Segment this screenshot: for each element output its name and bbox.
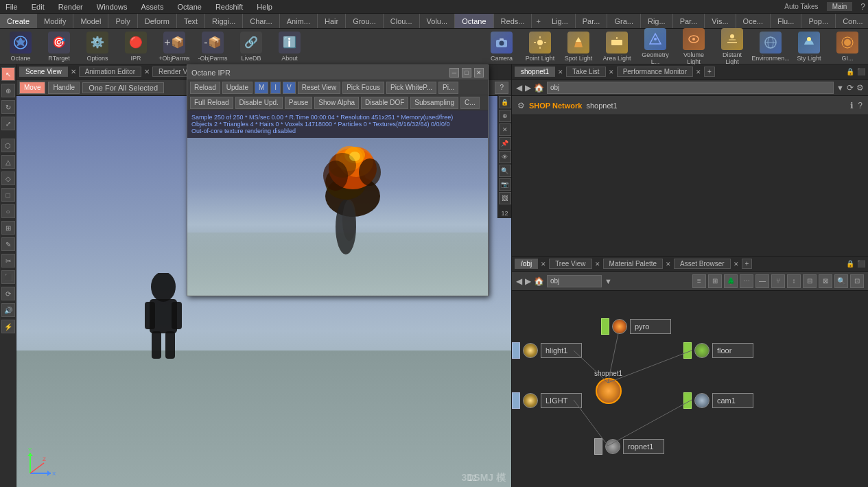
rt-tab-shopnet-close[interactable]: ✕ (558, 69, 563, 75)
shelf-tab-volu[interactable]: Volu... (420, 14, 456, 28)
rvt-btn-2[interactable]: ⊕ (499, 110, 511, 122)
shelf-tab-poly[interactable]: Poly (108, 14, 137, 28)
dialog-close-btn[interactable]: ✕ (474, 68, 484, 78)
rvt-btn-8[interactable]: 🖼 (499, 192, 511, 204)
viewport-tab-scene[interactable]: Scene View (19, 67, 68, 77)
tool-scale[interactable]: ⤢ (1, 117, 15, 130)
shelf-icon-rtarget[interactable]: 🎯 RTarget (41, 30, 77, 63)
tool-transform[interactable]: ⊕ (1, 84, 15, 97)
rb-tab-asset-close[interactable]: ✕ (734, 261, 739, 268)
rb-tab-treeview[interactable]: Tree View (549, 259, 591, 269)
shelf-icon-point-light[interactable]: Point Light (522, 30, 558, 63)
shelf-tab-lig[interactable]: Lig... (545, 14, 576, 28)
dialog-minimize-btn[interactable]: ─ (449, 68, 459, 78)
shelf-tab-text[interactable]: Text (177, 14, 205, 28)
node-canvas[interactable]: pyro hlight1 shopnet1 floor (512, 291, 868, 487)
rt-nav-forward[interactable]: ▶ (525, 83, 531, 93)
node-shopnet1[interactable]: shopnet1 (594, 370, 622, 404)
rb-nav-forward[interactable]: ▶ (525, 276, 531, 286)
shelf-icon-options[interactable]: ⚙️ Options (80, 30, 115, 63)
shelf-tab-octane[interactable]: Octane (455, 14, 493, 28)
menu-render[interactable]: Render (56, 3, 86, 11)
rb-view-grid[interactable]: ⊞ (708, 274, 722, 288)
node-cam1[interactable]: cam1 (683, 392, 753, 409)
shelf-tab-clou[interactable]: Clou... (384, 14, 420, 28)
node-floor[interactable]: floor (683, 342, 753, 359)
rt-tab-takelist[interactable]: Take List (566, 67, 605, 77)
tool-9[interactable]: ⬛ (1, 270, 15, 284)
vp-extra-btn[interactable]: ? (495, 82, 508, 94)
shelf-icon-geometry-light[interactable]: Geometry L... (637, 27, 673, 67)
rb-tab-obj-close[interactable]: ✕ (541, 261, 546, 268)
rvt-btn-3[interactable]: ✕ (499, 123, 511, 136)
tool-5[interactable]: ○ (1, 204, 15, 218)
pick-focus-btn[interactable]: Pick Focus (342, 82, 384, 94)
shelf-icon-objparms2[interactable]: -📦 -ObjParms (195, 30, 231, 63)
tool-12[interactable]: ⚡ (1, 320, 15, 333)
handle-tool-btn[interactable]: Handle (48, 82, 80, 94)
rb-path-input[interactable] (547, 275, 602, 287)
shelf-tab-riggi[interactable]: Riggi... (205, 14, 243, 28)
reload-btn[interactable]: Reload (190, 82, 220, 94)
rb-align[interactable]: ⊟ (803, 274, 817, 288)
shelf-icon-ipr[interactable]: 🔴 IPR (118, 30, 154, 63)
m-btn[interactable]: M (255, 82, 268, 94)
shelf-icon-objparms[interactable]: +📦 +ObjParms (156, 30, 192, 63)
shelf-tab-flu[interactable]: Flu... (771, 14, 801, 28)
rb-frame[interactable]: ⊡ (850, 274, 864, 288)
i-btn[interactable]: I (270, 82, 281, 94)
shop-help-icon[interactable]: ? (858, 101, 863, 110)
move-tool-btn[interactable]: Move (19, 82, 45, 94)
shelf-tab-char[interactable]: Char... (243, 14, 279, 28)
shelf-tab-hair[interactable]: Hair (318, 14, 346, 28)
help-icon[interactable]: ? (860, 2, 865, 12)
rvt-btn-6[interactable]: 🔍 (499, 165, 511, 177)
rb-tab-obj[interactable]: /obj (515, 259, 538, 269)
disable-dof-btn[interactable]: Disable DOF (361, 97, 408, 109)
shelf-tab-pop[interactable]: Pop... (801, 14, 836, 28)
rb-path-arrow[interactable]: ▼ (605, 277, 612, 285)
shelf-tab-reds[interactable]: Reds... (494, 14, 532, 28)
tool-select[interactable]: ↖ (1, 67, 15, 81)
rt-path-input[interactable] (547, 82, 834, 94)
node-light[interactable]: LIGHT (512, 392, 582, 409)
rvt-btn-7[interactable]: 📷 (499, 178, 511, 191)
menu-edit[interactable]: Edit (29, 3, 47, 11)
rb-tab-tree-close[interactable]: ✕ (595, 261, 600, 268)
pick-whitep-btn[interactable]: Pick WhiteP... (386, 82, 436, 94)
c-btn[interactable]: C... (460, 97, 480, 109)
node-hlight1[interactable]: hlight1 (512, 342, 582, 359)
rvt-btn-4[interactable]: 📌 (499, 137, 511, 150)
shop-info-icon[interactable]: ℹ (850, 101, 854, 110)
shelf-tab-anim[interactable]: Anim... (280, 14, 318, 28)
rb-grid-dots[interactable]: ⊠ (819, 274, 832, 288)
rb-arrow[interactable]: ↕ (787, 274, 801, 288)
rvt-btn-1[interactable]: 🔒 (499, 96, 511, 108)
tool-3[interactable]: ◇ (1, 171, 15, 185)
tool-1[interactable]: ⬡ (1, 139, 15, 152)
dialog-render-view[interactable] (187, 138, 488, 296)
menu-assets[interactable]: Assets (138, 3, 166, 11)
rt-tab-shopnet[interactable]: shopnet1 (515, 67, 555, 77)
subsampling-btn[interactable]: Subsampling (410, 97, 458, 109)
tool-rotate[interactable]: ↻ (1, 100, 15, 114)
shelf-tab-modify[interactable]: Modify (37, 14, 73, 28)
node-pyro[interactable]: pyro (601, 318, 671, 335)
reset-view-btn[interactable]: Reset View (298, 82, 340, 94)
menu-octane[interactable]: Octane (174, 3, 204, 11)
rb-nav-back[interactable]: ◀ (516, 276, 522, 286)
tool-7[interactable]: ✎ (1, 237, 15, 251)
shelf-tab-gra[interactable]: Gra... (607, 14, 641, 28)
rb-view-list[interactable]: ≡ (692, 274, 706, 288)
full-reload-btn[interactable]: Full Reload (190, 97, 233, 109)
rb-branch[interactable]: ⑂ (771, 274, 785, 288)
menu-windows[interactable]: Windows (94, 3, 130, 11)
rt-layout-icon[interactable]: ⬛ (857, 68, 865, 75)
shelf-tab-grou[interactable]: Grou... (346, 14, 384, 28)
node-ropnet1[interactable]: ropnet1 (594, 438, 664, 455)
rb-zoom[interactable]: 🔍 (834, 274, 848, 288)
tool-8[interactable]: ✂ (1, 254, 15, 268)
viewport-tab-anim[interactable]: Animation Editor (79, 67, 141, 77)
show-alpha-btn[interactable]: Show Alpha (314, 97, 359, 109)
update-btn[interactable]: Update (222, 82, 253, 94)
